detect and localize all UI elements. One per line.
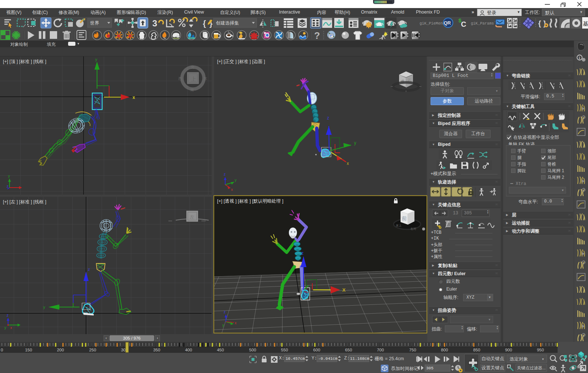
svg-text:700: 700 — [377, 348, 384, 352]
svg-text:南: 南 — [190, 88, 194, 92]
svg-text:{: { — [538, 19, 541, 27]
svg-text:y: y — [235, 178, 237, 182]
svg-text:世界: 世界 — [90, 21, 99, 26]
svg-text:z: z — [224, 172, 226, 176]
svg-text:z: z — [88, 267, 90, 272]
svg-text:y: y — [354, 140, 356, 145]
svg-text:750: 750 — [409, 348, 416, 352]
svg-text:350: 350 — [153, 348, 160, 352]
svg-text:950: 950 — [537, 348, 544, 352]
svg-text:{: { — [203, 19, 206, 28]
svg-text:上: 上 — [191, 76, 196, 82]
svg-text:150: 150 — [25, 348, 32, 352]
svg-text:200: 200 — [57, 348, 64, 352]
svg-text:x: x — [235, 321, 237, 325]
svg-text:创建选择集: 创建选择集 — [216, 21, 239, 26]
svg-text:前: 前 — [402, 215, 407, 221]
svg-text:650: 650 — [345, 348, 352, 352]
svg-text:y: y — [4, 326, 6, 330]
svg-text:z: z — [327, 115, 329, 121]
svg-text:发上: 发上 — [396, 224, 402, 227]
svg-text:850: 850 — [473, 348, 480, 352]
svg-text:东: 东 — [204, 77, 207, 81]
svg-text:0: 0 — [1, 348, 3, 352]
svg-text:C: C — [461, 20, 466, 28]
svg-text:X: X — [342, 287, 346, 293]
svg-text:y: y — [95, 57, 97, 62]
svg-text:x: x — [10, 326, 12, 330]
svg-text:z: z — [7, 313, 8, 317]
svg-text:x: x — [133, 95, 135, 100]
svg-text:250: 250 — [89, 348, 96, 352]
svg-text:i: i — [579, 56, 580, 60]
svg-text:左: 左 — [190, 214, 194, 220]
svg-text:900: 900 — [505, 348, 512, 352]
svg-text:500: 500 — [249, 348, 256, 352]
svg-text:z: z — [224, 310, 226, 314]
svg-text:3: 3 — [152, 18, 157, 28]
svg-text:西: 西 — [178, 77, 182, 81]
svg-text:z: z — [301, 251, 304, 256]
svg-text:QR: QR — [444, 20, 451, 26]
svg-text:800: 800 — [441, 348, 448, 352]
svg-text:450: 450 — [217, 348, 224, 352]
svg-text:z: z — [7, 184, 8, 188]
svg-text:?: ? — [314, 30, 320, 41]
svg-text:x: x — [347, 161, 349, 166]
svg-text:y: y — [222, 323, 224, 327]
svg-text:右对: 右对 — [410, 227, 416, 230]
svg-text:400: 400 — [185, 348, 192, 352]
svg-text:y: y — [43, 305, 45, 309]
svg-text:基: 基 — [583, 21, 588, 27]
svg-text:600: 600 — [313, 348, 320, 352]
svg-text:giK_Params`: giK_Params` — [471, 21, 496, 26]
svg-text:北: 北 — [191, 65, 195, 69]
svg-text:550: 550 — [281, 348, 288, 352]
svg-text:y: y — [8, 174, 10, 178]
svg-text:x: x — [231, 188, 233, 192]
